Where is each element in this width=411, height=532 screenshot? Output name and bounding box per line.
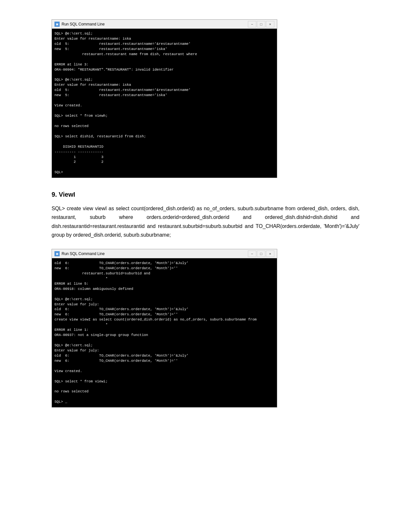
db-icon-2: ▣ — [56, 252, 59, 255]
close-button-2[interactable]: × — [266, 251, 274, 257]
minimize-button-1[interactable]: − — [248, 21, 256, 27]
terminal-icon-1: ▣ — [54, 22, 60, 27]
terminal-titlebar-2: ▣ Run SQL Command Line − □ × — [52, 249, 277, 258]
terminal-window-1: ▣ Run SQL Command Line − □ × SQL> @e:\ce… — [52, 19, 277, 178]
section-9-text: SQL> create view viewI as select count(o… — [52, 204, 359, 239]
terminal-icon-2: ▣ — [54, 251, 60, 256]
terminal-controls-1[interactable]: − □ × — [248, 21, 274, 27]
terminal-title-left-2: ▣ Run SQL Command Line — [54, 251, 105, 256]
terminal-titlebar-1: ▣ Run SQL Command Line − □ × — [52, 20, 277, 29]
db-icon-1: ▣ — [56, 23, 59, 26]
terminal-window-2: ▣ Run SQL Command Line − □ × old 6: TO_C… — [52, 249, 277, 408]
terminal-body-1: SQL> @e:\cert.sql; Enter value for resta… — [52, 29, 277, 178]
close-button-1[interactable]: × — [266, 21, 274, 27]
terminal-title-left-1: ▣ Run SQL Command Line — [54, 22, 105, 27]
terminal-body-2: old 6: TO_CHAR(orders.orderdate, 'Month'… — [52, 258, 277, 407]
terminal-title-text-1: Run SQL Command Line — [62, 22, 105, 26]
terminal-controls-2[interactable]: − □ × — [248, 251, 274, 257]
terminal-title-text-2: Run SQL Command Line — [62, 251, 105, 256]
section-9-heading: 9. ViewI — [52, 191, 359, 198]
minimize-button-2[interactable]: − — [248, 251, 256, 257]
maximize-button-1[interactable]: □ — [257, 21, 265, 27]
maximize-button-2[interactable]: □ — [257, 251, 265, 257]
